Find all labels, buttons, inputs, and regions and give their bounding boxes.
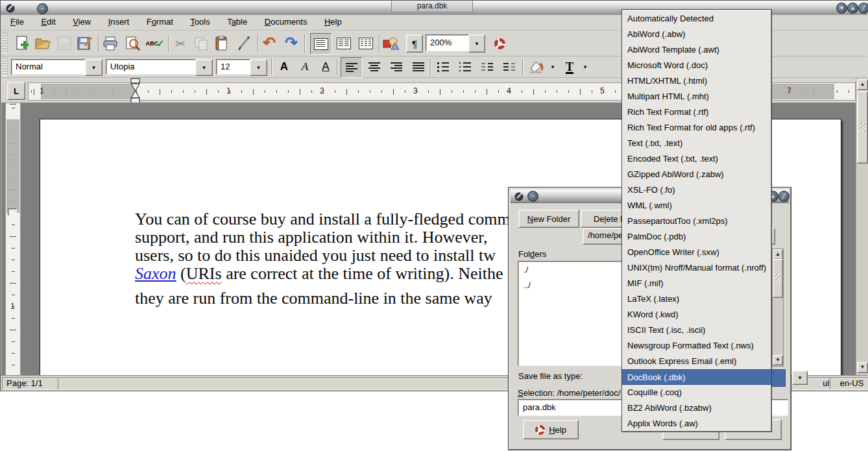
misspelled-word[interactable]: URIs <box>186 264 222 283</box>
style-select[interactable]: Normal <box>11 59 89 75</box>
bulleted-list-button[interactable] <box>456 58 474 75</box>
close-button[interactable]: ╱ <box>858 3 868 14</box>
file-type-option[interactable]: Microsoft Word (.doc) <box>622 58 771 73</box>
top-margin-marker[interactable] <box>8 208 17 216</box>
file-type-option[interactable]: Applix Words (.aw) <box>622 416 771 432</box>
file-type-option[interactable]: PassepartoutToo (.xml2ps) <box>622 213 771 229</box>
file-type-option[interactable]: GZipped AbiWord (.zabw) <box>622 167 771 182</box>
menu-file[interactable]: File <box>3 15 31 29</box>
spellcheck-button[interactable]: ABC ✓ <box>146 35 164 52</box>
file-type-option[interactable]: Rich Text Format (.rtf) <box>622 104 771 120</box>
folder-item[interactable]: ../ <box>518 276 630 294</box>
file-type-option[interactable]: Rich Text Format for old apps (.rtf) <box>622 120 771 136</box>
file-type-option[interactable]: Newsgroup Formatted Text (.nws) <box>622 338 771 354</box>
scroll-up-button[interactable]: ▲ <box>857 79 868 90</box>
increase-indent-button[interactable] <box>500 58 518 75</box>
files-scrollbar-thumb[interactable] <box>773 259 783 298</box>
maximize-button[interactable]: ▴ <box>847 3 858 14</box>
vertical-scrollbar[interactable]: ▲ ▼ <box>856 78 868 375</box>
style-dropdown-arrow[interactable]: ▾ <box>85 59 102 76</box>
font-size-dropdown-arrow[interactable]: ▾ <box>250 59 267 76</box>
folder-item[interactable]: ./ <box>518 262 630 276</box>
font-color-dropdown-arrow[interactable]: ▾ <box>580 58 590 75</box>
document-text-line[interactable]: support, and run this application within… <box>135 228 487 247</box>
paste-button[interactable] <box>213 35 230 52</box>
font-size-select[interactable]: 12 <box>216 59 254 75</box>
font-select[interactable]: Utopia <box>106 59 199 75</box>
save-as-button[interactable] <box>77 35 93 52</box>
italic-button[interactable]: A <box>296 58 313 75</box>
file-type-option[interactable]: KWord (.kwd) <box>622 307 771 323</box>
view-two-columns-button[interactable] <box>333 33 354 53</box>
file-type-option[interactable]: WML (.wml) <box>622 198 771 213</box>
document-text-line[interactable]: users, so to do this unaided you just ne… <box>135 246 496 265</box>
file-type-option[interactable]: Multipart HTML (.mht) <box>622 89 771 104</box>
stylus-button[interactable] <box>235 35 252 52</box>
menu-view[interactable]: View <box>66 15 98 29</box>
saxon-hyperlink[interactable]: Saxon <box>135 264 176 283</box>
zoom-input[interactable]: 200% <box>426 34 472 51</box>
file-type-option[interactable]: HTML/XHTML (.html) <box>622 73 771 89</box>
menu-table[interactable]: Table <box>220 15 254 29</box>
align-center-button[interactable] <box>364 57 385 77</box>
file-type-option[interactable]: Automatically Detected <box>622 11 771 27</box>
menu-edit[interactable]: Edit <box>34 15 62 29</box>
view-one-column-button[interactable] <box>310 33 332 55</box>
document-text-line[interactable]: they are run from the command-line in th… <box>135 289 492 308</box>
document-text-line[interactable]: Saxon (URIs are correct at the time of w… <box>135 264 503 284</box>
files-scroll-up-button[interactable]: ▲ <box>773 249 783 260</box>
menu-documents[interactable]: Documents <box>258 15 315 29</box>
dialog-close-button[interactable]: ╱ <box>778 191 790 202</box>
folders-list[interactable]: ./ ../ <box>518 261 631 366</box>
print-preview-button[interactable] <box>124 35 141 52</box>
file-type-option[interactable]: AbiWord Template (.awt) <box>622 42 771 58</box>
window-menu-button[interactable]: − <box>37 3 48 14</box>
print-button[interactable] <box>102 35 119 52</box>
file-type-option[interactable]: Coquille (.coq) <box>622 385 771 400</box>
menu-help[interactable]: Help <box>317 15 349 29</box>
file-type-option-selected[interactable]: DocBook (.dbk) <box>622 369 771 385</box>
align-right-button[interactable] <box>386 57 407 77</box>
dialog-help-button[interactable]: Help <box>523 420 579 439</box>
align-justify-button[interactable] <box>408 57 429 77</box>
file-type-option[interactable]: Text (.txt, .text) <box>622 136 771 151</box>
undo-button[interactable]: ↶ <box>260 34 278 52</box>
zoom-dropdown-arrow[interactable]: ▾ <box>468 34 485 53</box>
new-folder-button[interactable]: New Folder <box>518 210 579 228</box>
file-type-option[interactable]: MIF (.mif) <box>622 276 771 291</box>
align-left-button[interactable] <box>341 57 363 78</box>
toolbar-grip[interactable] <box>3 58 8 76</box>
file-type-option[interactable]: BZ2 AbiWord (.bzabw) <box>622 400 771 416</box>
highlight-color-button[interactable] <box>527 58 546 75</box>
menu-insert[interactable]: Insert <box>101 15 137 29</box>
files-scroll-down-button[interactable]: ▼ <box>773 355 783 365</box>
file-type-option[interactable]: XSL-FO (.fo) <box>622 182 771 198</box>
view-three-columns-button[interactable] <box>356 33 376 53</box>
vertical-ruler[interactable]: 1 <box>5 103 21 375</box>
new-document-button[interactable] <box>14 35 30 52</box>
files-list-scrollbar[interactable]: ▲ ▼ <box>772 249 784 367</box>
file-type-option[interactable]: PalmDoc (.pdb) <box>622 229 771 245</box>
menu-tools[interactable]: Tools <box>183 15 217 29</box>
dialog-window-menu-button[interactable]: − <box>527 191 538 202</box>
indent-markers[interactable] <box>130 78 141 104</box>
file-type-option[interactable]: OpenOffice Writer (.sxw) <box>622 245 771 260</box>
redo-button[interactable]: ↷ <box>282 34 300 52</box>
file-type-option[interactable]: Outlook Express Email (.eml) <box>622 354 771 369</box>
file-type-option[interactable]: AbiWord (.abw) <box>622 27 771 42</box>
decrease-indent-button[interactable] <box>478 58 496 75</box>
numbered-list-button[interactable] <box>434 58 452 75</box>
scrollbar-thumb[interactable] <box>857 91 868 164</box>
tab-selector-button[interactable]: L <box>7 82 25 100</box>
file-type-option[interactable]: UNIX(tm) Nroff/Manual format (.nroff) <box>622 260 771 276</box>
file-type-option[interactable]: Encoded Text (.txt, .text) <box>622 151 771 167</box>
show-formatting-marks-button[interactable]: ¶ <box>406 34 423 53</box>
highlight-color-dropdown-arrow[interactable]: ▾ <box>548 58 558 75</box>
insert-graphic-button[interactable] <box>382 35 400 52</box>
font-dropdown-arrow[interactable]: ▾ <box>195 59 213 76</box>
language-indicator[interactable]: en-US <box>830 377 868 390</box>
file-type-option[interactable]: LaTeX (.latex) <box>622 291 771 307</box>
help-button[interactable] <box>491 35 508 52</box>
bold-button[interactable]: A <box>276 58 293 75</box>
underline-button[interactable]: A <box>317 58 334 75</box>
